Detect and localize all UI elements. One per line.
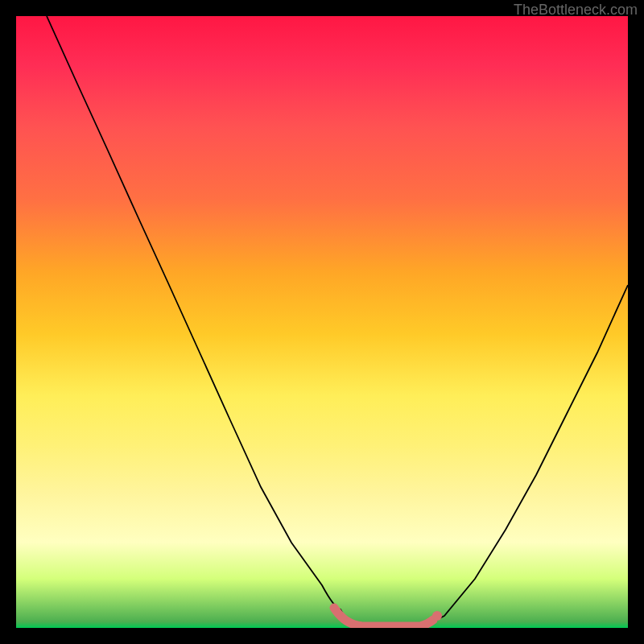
curve-svg (16, 16, 628, 628)
bottleneck-curve (47, 16, 628, 626)
highlight-point (432, 611, 442, 621)
highlight-region (334, 608, 433, 626)
plot-area (16, 16, 628, 628)
chart-container: TheBottleneck.com (0, 0, 644, 644)
watermark-text: TheBottleneck.com (514, 2, 638, 19)
